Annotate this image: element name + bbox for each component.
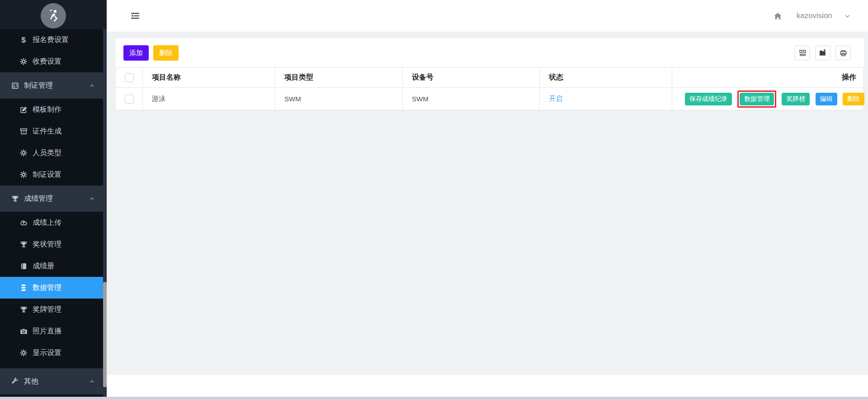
- select-all-checkbox[interactable]: [125, 73, 134, 82]
- export-icon: [819, 49, 827, 57]
- sidebar-item-label: 成绩上传: [33, 218, 61, 228]
- sidebar-item-medal-management[interactable]: 奖牌管理: [0, 299, 107, 320]
- sidebar-item-label: 证件生成: [33, 127, 61, 136]
- edit-button[interactable]: 编辑: [816, 93, 837, 105]
- sidebar-item-certificate-settings[interactable]: 制证设置: [0, 164, 107, 185]
- sidebar-item-score-book[interactable]: 成绩册: [0, 255, 107, 277]
- sidebar-logo-area: [0, 0, 107, 29]
- sidebar-item-label: 显示设置: [33, 348, 61, 358]
- sidebar-item-label: 收费设置: [33, 57, 61, 66]
- account-menu[interactable]: kazovision: [797, 11, 832, 20]
- app-logo: [41, 3, 66, 28]
- content-card: 添加 删除: [115, 38, 864, 110]
- book-icon: [19, 262, 28, 270]
- save-score-record-button[interactable]: 保存成绩纪录: [685, 93, 732, 105]
- add-button[interactable]: 添加: [123, 45, 149, 61]
- sidebar-item-label: 成绩册: [33, 261, 54, 271]
- sidebar-item-label: 制证设置: [33, 170, 61, 180]
- cell-project-name: 游泳: [143, 88, 275, 110]
- sidebar-item-fee-settings[interactable]: 收费设置: [0, 51, 107, 72]
- column-header-type: 项目类型: [275, 68, 403, 88]
- trophy-icon: [19, 241, 28, 248]
- sidebar-item-label: 奖牌管理: [33, 305, 61, 314]
- row-delete-button[interactable]: 删除: [843, 93, 864, 105]
- gear-icon: [19, 171, 28, 178]
- table-tool-icons: [795, 46, 851, 60]
- row-checkbox[interactable]: [125, 95, 134, 104]
- cloud-upload-icon: [19, 218, 28, 227]
- sports-pictogram-icon: [45, 8, 61, 24]
- table-toolbar: 添加 删除: [115, 38, 864, 67]
- camera-icon: [19, 328, 28, 335]
- delete-button[interactable]: 删除: [153, 45, 179, 61]
- sidebar-item-certificate-generation[interactable]: 证件生成: [0, 120, 107, 142]
- sidebar-item-registration-fee-settings[interactable]: $ 报名费设置: [0, 29, 107, 51]
- chevron-down-icon[interactable]: [844, 13, 851, 19]
- sidebar-item-label: 照片直播: [33, 327, 61, 336]
- sidebar-toggle-button[interactable]: [130, 12, 140, 20]
- topbar-right-group: kazovision: [774, 11, 868, 20]
- trophy-icon: [19, 306, 28, 314]
- sidebar-item-personnel-type[interactable]: 人员类型: [0, 142, 107, 164]
- footer: [107, 375, 868, 397]
- column-header-operation: 操作: [672, 68, 864, 88]
- outdent-icon: [130, 12, 140, 20]
- sidebar-section-certificate-management[interactable]: 制证管理: [0, 72, 107, 99]
- print-button[interactable]: [835, 46, 851, 60]
- sidebar-item-photo-live[interactable]: 照片直播: [0, 320, 107, 342]
- data-management-button[interactable]: 数据管理: [740, 93, 774, 105]
- sidebar-section-label: 成绩管理: [24, 194, 89, 204]
- sidebar-item-label: 奖状管理: [33, 240, 61, 249]
- sidebar-item-label: 人员类型: [33, 148, 61, 158]
- sidebar-item-award-management[interactable]: 奖状管理: [0, 233, 107, 255]
- cell-project-type: SWM: [275, 88, 403, 110]
- wrench-icon: [10, 378, 19, 385]
- chevron-up-icon: [89, 196, 95, 202]
- home-icon: [774, 12, 782, 20]
- sidebar-section-label: 其他: [24, 377, 89, 386]
- column-header-name: 项目名称: [143, 68, 275, 88]
- export-button[interactable]: [815, 46, 830, 60]
- dollar-icon: $: [19, 36, 28, 44]
- gear-icon: [19, 58, 28, 65]
- sidebar-item-label: 模板制作: [33, 105, 61, 114]
- sidebar-item-template-making[interactable]: 模板制作: [0, 99, 107, 120]
- sidebar-section-score-management[interactable]: 成绩管理: [0, 185, 107, 212]
- sidebar-section-other[interactable]: 其他: [0, 368, 107, 394]
- sidebar-item-score-upload[interactable]: 成绩上传: [0, 212, 107, 233]
- chevron-up-icon: [89, 379, 95, 385]
- chevron-up-icon: [89, 83, 95, 89]
- sidebar-item-label: 报名费设置: [33, 35, 69, 45]
- columns-icon: [799, 49, 807, 57]
- sidebar-section-label: 制证管理: [24, 81, 89, 90]
- edit-icon: [19, 106, 28, 114]
- column-settings-button[interactable]: [795, 46, 810, 60]
- sidebar-menu: $ 报名费设置 收费设置 制证管理 模板制作: [0, 29, 107, 394]
- column-header-device: 设备号: [403, 68, 540, 88]
- cell-device-number: SWM: [403, 88, 540, 110]
- sidebar: $ 报名费设置 收费设置 制证管理 模板制作: [0, 0, 107, 399]
- print-icon: [840, 49, 847, 57]
- gear-icon: [19, 349, 28, 356]
- sidebar-item-label: 数据管理: [33, 283, 61, 293]
- id-card-icon: [10, 82, 19, 90]
- medal-board-button[interactable]: 奖牌榜: [782, 93, 810, 105]
- horizontal-scrollbar[interactable]: [0, 397, 868, 399]
- gear-icon: [19, 149, 28, 157]
- topbar: kazovision: [107, 0, 868, 32]
- database-icon: [19, 284, 28, 292]
- table-header-row: 项目名称 项目类型 设备号 状态 操作: [116, 68, 864, 88]
- table-row: 游泳 SWM SWM 开启 保存成绩纪录 数据管理 奖牌榜 编辑 删除: [116, 88, 864, 110]
- home-button[interactable]: [774, 12, 782, 20]
- sidebar-item-data-management[interactable]: 数据管理: [0, 277, 107, 299]
- trophy-icon: [10, 195, 19, 203]
- cell-operations: 保存成绩纪录 数据管理 奖牌榜 编辑 删除: [672, 88, 864, 110]
- highlight-annotation-box: 数据管理: [737, 90, 776, 108]
- projects-table: 项目名称 项目类型 设备号 状态 操作 游泳 SWM SWM 开启 保存成绩纪录…: [115, 67, 864, 110]
- sidebar-item-display-settings[interactable]: 显示设置: [0, 342, 107, 364]
- archive-icon: [19, 128, 28, 135]
- status-toggle-link[interactable]: 开启: [549, 95, 562, 102]
- sidebar-scrollbar-thumb[interactable]: [103, 282, 107, 387]
- column-header-status: 状态: [540, 68, 672, 88]
